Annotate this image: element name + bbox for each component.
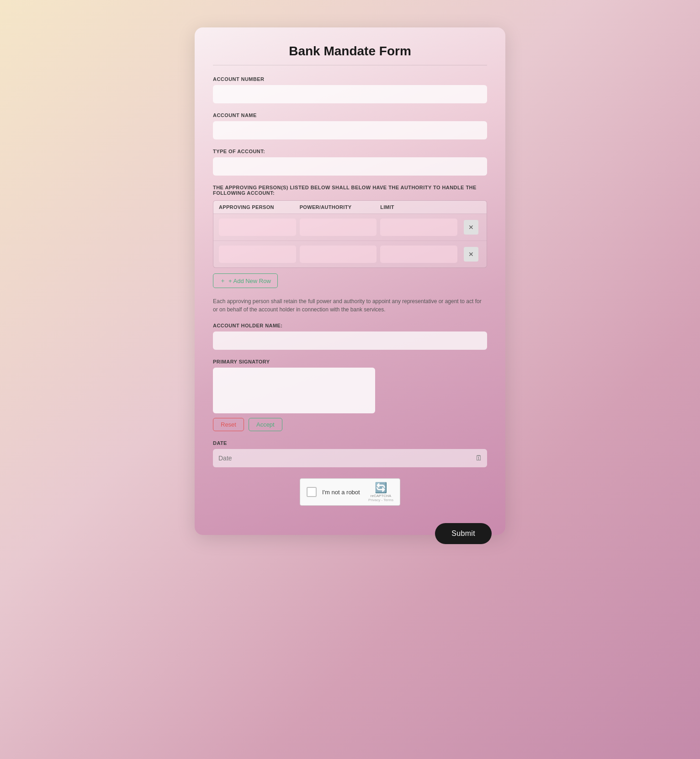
add-new-row-button[interactable]: ＋ + Add New Row xyxy=(213,273,278,288)
date-input-wrapper: 🗓 xyxy=(213,449,487,467)
remove-row-2-button[interactable]: ✕ xyxy=(464,247,478,262)
table-row: ✕ xyxy=(213,214,487,241)
signature-buttons: Reset Accept xyxy=(213,418,487,431)
account-name-label: ACCOUNT NAME xyxy=(213,112,487,118)
account-holder-group: ACCOUNT HOLDER NAME: xyxy=(213,323,487,350)
type-of-account-input[interactable] xyxy=(213,157,487,176)
date-label: DATE xyxy=(213,440,487,446)
reset-button[interactable]: Reset xyxy=(213,418,244,431)
date-group: DATE 🗓 xyxy=(213,440,487,467)
account-holder-label: ACCOUNT HOLDER NAME: xyxy=(213,323,487,328)
limit-1[interactable] xyxy=(380,219,457,236)
submit-button[interactable]: Submit xyxy=(435,523,492,544)
approving-person-1[interactable] xyxy=(219,219,296,236)
recaptcha-container: I'm not a robot 🔄 reCAPTCHA Privacy - Te… xyxy=(213,478,487,506)
form-card: Bank Mandate Form ACCOUNT NUMBER ACCOUNT… xyxy=(195,27,505,535)
limit-2[interactable] xyxy=(380,246,457,263)
type-of-account-label: TYPE OF ACCOUNT: xyxy=(213,149,487,154)
account-name-group: ACCOUNT NAME xyxy=(213,112,487,139)
power-authority-1[interactable] xyxy=(300,219,377,236)
recaptcha-box[interactable]: I'm not a robot 🔄 reCAPTCHA Privacy - Te… xyxy=(300,478,400,506)
recaptcha-label: I'm not a robot xyxy=(322,489,363,496)
authority-section: THE APPROVING PERSON(S) LISTED BELOW SHA… xyxy=(213,185,487,288)
approving-person-2[interactable] xyxy=(219,246,296,263)
header-power: POWER/AUTHORITY xyxy=(300,204,381,210)
remove-row-1-button[interactable]: ✕ xyxy=(464,220,478,235)
account-name-input[interactable] xyxy=(213,121,487,139)
recaptcha-links: Privacy - Terms xyxy=(368,498,393,502)
accept-button[interactable]: Accept xyxy=(249,418,282,431)
power-authority-2[interactable] xyxy=(300,246,377,263)
signature-group: PRIMARY SIGNATORY Reset Accept xyxy=(213,359,487,431)
recaptcha-checkbox[interactable] xyxy=(307,487,317,497)
type-of-account-group: TYPE OF ACCOUNT: xyxy=(213,149,487,176)
authority-table: APPROVING PERSON POWER/AUTHORITY LIMIT ✕… xyxy=(213,200,487,268)
account-number-input[interactable] xyxy=(213,85,487,103)
page-title: Bank Mandate Form xyxy=(213,44,487,65)
header-limit: LIMIT xyxy=(380,204,461,210)
table-row: ✕ xyxy=(213,241,487,267)
account-holder-input[interactable] xyxy=(213,331,487,350)
account-number-group: ACCOUNT NUMBER xyxy=(213,76,487,103)
signature-label: PRIMARY SIGNATORY xyxy=(213,359,487,364)
authority-note: Each approving person shall retain the f… xyxy=(213,297,487,314)
date-input[interactable] xyxy=(213,449,487,467)
authority-table-header: APPROVING PERSON POWER/AUTHORITY LIMIT xyxy=(213,201,487,214)
plus-icon: ＋ xyxy=(220,277,226,285)
account-number-label: ACCOUNT NUMBER xyxy=(213,76,487,82)
authority-section-label: THE APPROVING PERSON(S) LISTED BELOW SHA… xyxy=(213,185,487,196)
recaptcha-brand: reCAPTCHA xyxy=(371,494,391,498)
signature-textarea[interactable] xyxy=(213,368,375,413)
add-row-label: + Add New Row xyxy=(228,278,271,284)
header-person: APPROVING PERSON xyxy=(219,204,300,210)
recaptcha-logo-icon: 🔄 xyxy=(375,482,387,494)
